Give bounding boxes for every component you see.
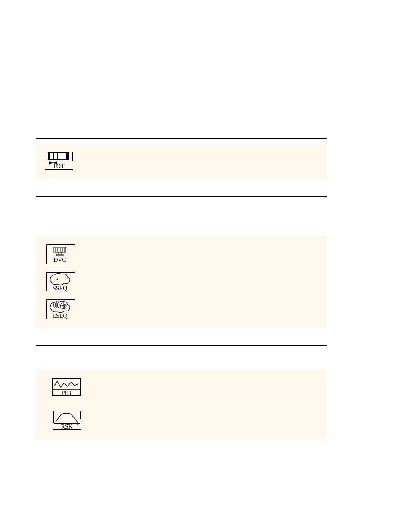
list-item: DVC: [36, 243, 327, 264]
page: TOT: [0, 0, 411, 532]
rsk-icon: RSK: [49, 410, 84, 431]
svg-text:LSEQ: LSEQ: [53, 313, 68, 319]
svg-text:DVC: DVC: [53, 257, 66, 263]
sseq-icon: SSEQ: [44, 271, 78, 292]
svg-text:PID: PID: [62, 390, 72, 396]
list-item: LSEQ: [36, 298, 327, 320]
svg-text:RSK: RSK: [61, 423, 72, 430]
list-item: TOT: [36, 151, 327, 171]
lseq-icon: LSEQ: [44, 298, 78, 320]
list-item: SSEQ: [36, 271, 327, 292]
pid-icon: PID: [49, 377, 84, 398]
list-item: RSK: [36, 410, 327, 431]
svg-marker-5: [49, 161, 53, 165]
svg-text:TOT: TOT: [53, 163, 65, 169]
svg-rect-1: [50, 153, 53, 159]
svg-rect-21: [56, 254, 63, 256]
list-item: PID: [36, 377, 327, 398]
svg-text:SSEQ: SSEQ: [53, 285, 67, 292]
dvc-icon: DVC: [44, 243, 78, 264]
section-band-1: TOT: [36, 144, 327, 179]
svg-rect-3: [58, 153, 62, 159]
tot-icon: TOT: [44, 151, 78, 171]
svg-point-25: [57, 279, 58, 280]
section-band-3: PID RSK: [36, 370, 327, 440]
svg-rect-2: [54, 153, 57, 159]
section-band-2: DVC SSEQ: [36, 236, 327, 328]
svg-marker-41: [77, 422, 80, 425]
svg-rect-4: [62, 153, 66, 159]
